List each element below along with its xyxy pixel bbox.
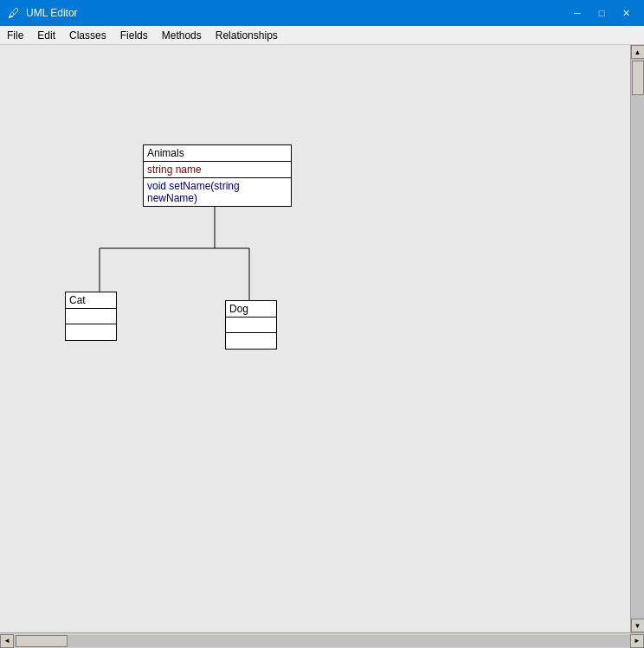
menu-methods[interactable]: Methods: [155, 26, 209, 44]
scroll-right-track[interactable]: [631, 59, 644, 619]
class-cat-fields: [66, 309, 116, 324]
class-cat-name: Cat: [66, 292, 116, 309]
class-cat[interactable]: Cat: [65, 292, 117, 341]
scroll-bottom-thumb[interactable]: [16, 635, 68, 647]
class-dog-fields: [226, 318, 276, 333]
title-bar-controls: ─ □ ✕: [566, 4, 637, 22]
title-bar: 🖊 UML Editor ─ □ ✕: [0, 0, 644, 26]
title-bar-left: 🖊 UML Editor: [7, 6, 78, 20]
menu-relationships[interactable]: Relationships: [209, 26, 285, 44]
class-animals-fields: string name: [144, 162, 291, 178]
minimize-button[interactable]: ─: [566, 4, 589, 22]
menu-fields[interactable]: Fields: [113, 26, 155, 44]
bottom-bar: ◄ ►: [0, 632, 644, 648]
class-cat-methods: [66, 324, 116, 340]
animals-field-0: string name: [147, 164, 287, 176]
scroll-bottom-track[interactable]: [14, 635, 630, 647]
scroll-left-button[interactable]: ◄: [0, 634, 14, 648]
canvas-area[interactable]: Animals string name void setName(string …: [0, 45, 630, 632]
class-animals-methods: void setName(string newName): [144, 178, 291, 206]
maximize-button[interactable]: □: [590, 4, 613, 22]
scrollbar-bottom: ◄ ►: [0, 634, 644, 648]
animals-method-0: void setName(string newName): [147, 180, 287, 204]
app-icon: 🖊: [7, 6, 21, 20]
class-dog[interactable]: Dog: [225, 300, 277, 350]
window-content: Animals string name void setName(string …: [0, 45, 644, 632]
app-title: UML Editor: [26, 7, 78, 19]
scrollbar-right: ▲ ▼: [630, 45, 644, 632]
scroll-up-button[interactable]: ▲: [631, 45, 645, 59]
menu-edit[interactable]: Edit: [30, 26, 62, 44]
menu-classes[interactable]: Classes: [62, 26, 113, 44]
scroll-right-button[interactable]: ►: [630, 634, 644, 648]
menu-bar: File Edit Classes Fields Methods Relatio…: [0, 26, 644, 45]
scroll-right-thumb[interactable]: [632, 61, 644, 95]
class-dog-methods: [226, 333, 276, 349]
class-animals[interactable]: Animals string name void setName(string …: [143, 144, 292, 207]
menu-file[interactable]: File: [0, 26, 30, 44]
class-animals-name: Animals: [144, 145, 291, 162]
scroll-down-button[interactable]: ▼: [631, 619, 645, 632]
class-dog-name: Dog: [226, 301, 276, 318]
close-button[interactable]: ✕: [615, 4, 637, 22]
